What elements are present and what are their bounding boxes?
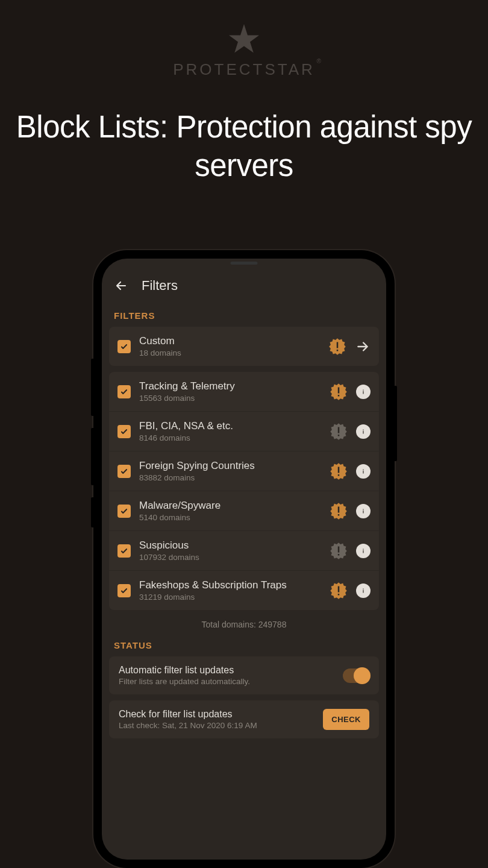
filter-name: Foreign Spying Countries xyxy=(139,460,321,472)
alert-badge-icon xyxy=(330,542,348,560)
brand-header: PROTECTSTAR® xyxy=(0,0,488,79)
filter-group: Tracking & Telemetry 15563 domains FBI, … xyxy=(109,372,379,610)
filter-domains: 5140 domains xyxy=(139,513,321,522)
checkbox-icon[interactable] xyxy=(117,425,131,438)
filter-row-suspicious[interactable]: Suspicious 107932 domains xyxy=(109,531,379,571)
brand-name: PROTECTSTAR® xyxy=(173,60,315,79)
toggle-switch[interactable] xyxy=(343,668,369,683)
alert-badge-icon xyxy=(330,383,348,401)
alert-badge-icon xyxy=(330,462,348,480)
filter-custom-card[interactable]: Custom 18 domains xyxy=(109,327,379,366)
alert-badge-icon xyxy=(330,423,348,441)
filter-name: FBI, CIA, NSA & etc. xyxy=(139,420,321,432)
filter-row-malware[interactable]: Malware/Spyware 5140 domains xyxy=(109,491,379,531)
info-icon[interactable] xyxy=(356,583,371,598)
filter-name: Malware/Spyware xyxy=(139,500,321,512)
check-update-title: Check for filter list updates xyxy=(119,709,314,720)
page-headline: Block Lists: Protection against spy serv… xyxy=(0,108,488,185)
filter-domains: 8146 domains xyxy=(139,433,321,442)
check-button[interactable]: CHECK xyxy=(323,709,369,730)
checkbox-icon[interactable] xyxy=(117,340,131,353)
filter-domains: 31219 domains xyxy=(139,593,321,602)
phone-mockup: Filters FILTERS Custom 18 domains xyxy=(93,250,395,868)
auto-update-title: Automatic filter list updates xyxy=(119,665,334,676)
filters-section-label: FILTERS xyxy=(102,302,386,327)
total-domains: Total domains: 249788 xyxy=(102,616,386,632)
phone-speaker xyxy=(231,262,258,265)
checkbox-icon[interactable] xyxy=(117,465,131,478)
info-icon[interactable] xyxy=(356,424,371,439)
info-icon[interactable] xyxy=(356,504,371,518)
filter-row-agencies[interactable]: FBI, CIA, NSA & etc. 8146 domains xyxy=(109,412,379,451)
app-screen: Filters FILTERS Custom 18 domains xyxy=(102,259,386,860)
auto-update-row[interactable]: Automatic filter list updates Filter lis… xyxy=(109,656,379,694)
check-update-row: Check for filter list updates Last check… xyxy=(109,700,379,738)
alert-badge-icon xyxy=(328,338,346,356)
filter-domains: 18 domains xyxy=(139,348,320,357)
alert-badge-icon xyxy=(330,502,348,520)
checkbox-icon[interactable] xyxy=(117,385,131,398)
info-icon[interactable] xyxy=(356,385,371,399)
check-update-sub: Last check: Sat, 21 Nov 2020 6:19 AM xyxy=(119,721,314,730)
app-header: Filters xyxy=(102,272,386,302)
checkbox-icon[interactable] xyxy=(117,544,131,558)
filter-domains: 83882 domains xyxy=(139,473,321,482)
filter-row-foreign[interactable]: Foreign Spying Countries 83882 domains xyxy=(109,451,379,491)
auto-update-sub: Filter lists are updated automatically. xyxy=(119,677,334,686)
back-arrow-icon[interactable] xyxy=(114,278,128,293)
filter-name: Tracking & Telemetry xyxy=(139,380,321,392)
filter-row-fakeshops[interactable]: Fakeshops & Subscription Traps 31219 dom… xyxy=(109,571,379,610)
checkbox-icon[interactable] xyxy=(117,584,131,597)
checkbox-icon[interactable] xyxy=(117,505,131,518)
status-section-label: STATUS xyxy=(102,632,386,656)
filter-row-tracking[interactable]: Tracking & Telemetry 15563 domains xyxy=(109,372,379,412)
filter-name: Fakeshops & Subscription Traps xyxy=(139,579,321,591)
filter-domains: 107932 domains xyxy=(139,553,321,562)
info-icon[interactable] xyxy=(356,544,371,558)
info-icon[interactable] xyxy=(356,464,371,479)
filter-domains: 15563 domains xyxy=(139,394,321,403)
app-title: Filters xyxy=(142,278,178,294)
alert-badge-icon xyxy=(330,582,348,600)
filter-name: Suspicious xyxy=(139,539,321,552)
star-icon xyxy=(226,21,262,57)
chevron-right-icon[interactable] xyxy=(355,339,371,354)
filter-name: Custom xyxy=(139,335,320,347)
